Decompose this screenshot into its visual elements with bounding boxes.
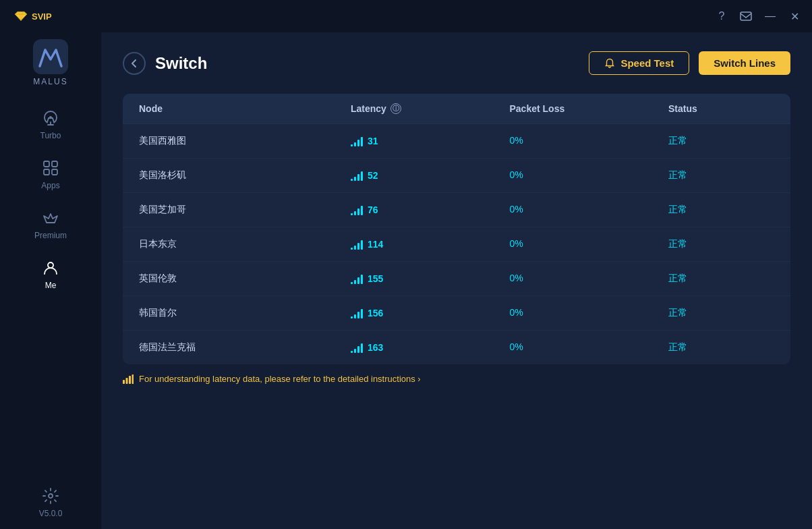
cell-latency: 76 [351,204,510,216]
switch-lines-button[interactable]: Switch Lines [699,51,790,75]
cell-status: 正常 [668,238,774,250]
settings-icon [42,487,59,505]
main-content: Switch Speed Test Switch Lines Node Lat [101,32,812,529]
svg-rect-6 [52,169,57,175]
latency-value: 155 [368,273,383,284]
page-title: Switch [155,54,589,73]
bell-icon [604,58,615,69]
back-arrow-icon [129,58,140,69]
svg-point-8 [49,494,53,498]
table-body: 美国西雅图 31 0% 正常 美国洛杉矶 [123,124,790,364]
latency-bar-icon [351,136,363,146]
cell-status: 正常 [668,273,774,285]
svg-rect-4 [52,161,57,167]
apps-label: Apps [41,181,59,190]
close-icon: ✕ [790,10,799,23]
table-row[interactable]: 德国法兰克福 163 0% 正常 [123,331,790,364]
mail-icon [740,10,752,22]
premium-icon [42,209,59,227]
cell-node: 美国西雅图 [139,135,351,147]
cell-node: 英国伦敦 [139,273,351,285]
cell-packet-loss: 0% [510,135,669,147]
cell-status: 正常 [668,135,774,147]
cell-status: 正常 [668,204,774,216]
latency-value: 156 [368,308,383,318]
latency-bar-icon [351,239,363,250]
cell-node: 美国洛杉矶 [139,169,351,182]
col-header-node: Node [139,103,351,114]
back-button[interactable] [123,52,146,75]
table-row[interactable]: 美国芝加哥 76 0% 正常 [123,193,790,227]
premium-label: Premium [34,231,67,240]
sidebar-item-settings[interactable]: V5.0.0 [39,476,63,529]
help-button[interactable]: ? [709,4,734,28]
close-button[interactable]: ✕ [782,4,807,28]
latency-bar-icon [351,170,363,181]
app-layout: MALUS Turbo Apps Pre [0,32,812,529]
latency-bar-icon [351,308,363,318]
me-icon [42,259,59,277]
me-label: Me [45,281,57,290]
table-header: Node Latency ⓘ Packet Loss Status [123,94,790,124]
cell-latency: 31 [351,135,510,147]
page-header: Switch Speed Test Switch Lines [123,51,790,75]
table-row[interactable]: 美国西雅图 31 0% 正常 [123,124,790,159]
svg-rect-10 [126,378,128,384]
latency-value: 114 [368,239,383,250]
table-row[interactable]: 英国伦敦 155 0% 正常 [123,262,790,296]
svg-rect-1 [33,39,68,74]
cell-latency: 163 [351,341,510,354]
help-icon: ? [719,10,725,22]
cell-node: 德国法兰克福 [139,341,351,354]
sidebar-logo: MALUS [33,39,68,86]
cell-node: 美国芝加哥 [139,204,351,216]
footer-note[interactable]: For understanding latency data, please r… [123,374,790,384]
cell-status: 正常 [668,169,774,182]
cell-packet-loss: 0% [510,204,669,216]
table-row[interactable]: 韩国首尔 156 0% 正常 [123,296,790,331]
cell-packet-loss: 0% [510,169,669,182]
sidebar-item-premium[interactable]: Premium [0,200,101,250]
mail-button[interactable] [734,4,758,28]
svg-rect-5 [44,169,49,175]
cell-status: 正常 [668,341,774,354]
cell-node: 日本东京 [139,238,351,250]
table-row[interactable]: 日本东京 114 0% 正常 [123,227,790,262]
svg-point-7 [48,262,53,268]
svg-point-2 [49,116,52,119]
svg-rect-3 [44,161,49,167]
speed-test-label: Speed Test [620,57,674,69]
minimize-button[interactable]: — [758,4,782,28]
latency-value: 31 [368,136,378,146]
latency-info-icon[interactable]: ⓘ [390,103,401,114]
svg-rect-12 [132,374,134,384]
speed-test-button[interactable]: Speed Test [589,51,689,75]
turbo-icon [42,109,59,127]
sidebar-item-apps[interactable]: Apps [0,150,101,200]
minimize-icon: — [765,10,776,22]
titlebar: SVIP ? — ✕ [0,0,812,32]
latency-value: 76 [368,204,378,215]
cell-latency: 52 [351,169,510,182]
latency-value: 52 [368,170,378,181]
svip-badge[interactable]: SVIP [13,10,52,22]
cell-packet-loss: 0% [510,273,669,285]
latency-value: 163 [368,342,383,353]
apps-icon [42,159,59,177]
cell-packet-loss: 0% [510,341,669,354]
latency-bar-icon [351,273,363,284]
sidebar-item-turbo[interactable]: Turbo [0,100,101,150]
sidebar: MALUS Turbo Apps Pre [0,32,101,529]
table-row[interactable]: 美国洛杉矶 52 0% 正常 [123,159,790,193]
cell-latency: 155 [351,273,510,285]
col-header-packet-loss: Packet Loss [510,103,669,114]
cell-status: 正常 [668,307,774,319]
footer-note-text: For understanding latency data, please r… [139,374,421,384]
app-logo-icon [33,39,68,74]
svip-label: SVIP [32,11,52,22]
sidebar-item-me[interactable]: Me [0,250,101,300]
cell-node: 韩国首尔 [139,307,351,319]
col-header-latency: Latency ⓘ [351,103,510,114]
node-table: Node Latency ⓘ Packet Loss Status 美国西雅图 [123,94,790,364]
latency-bar-icon [351,204,363,215]
